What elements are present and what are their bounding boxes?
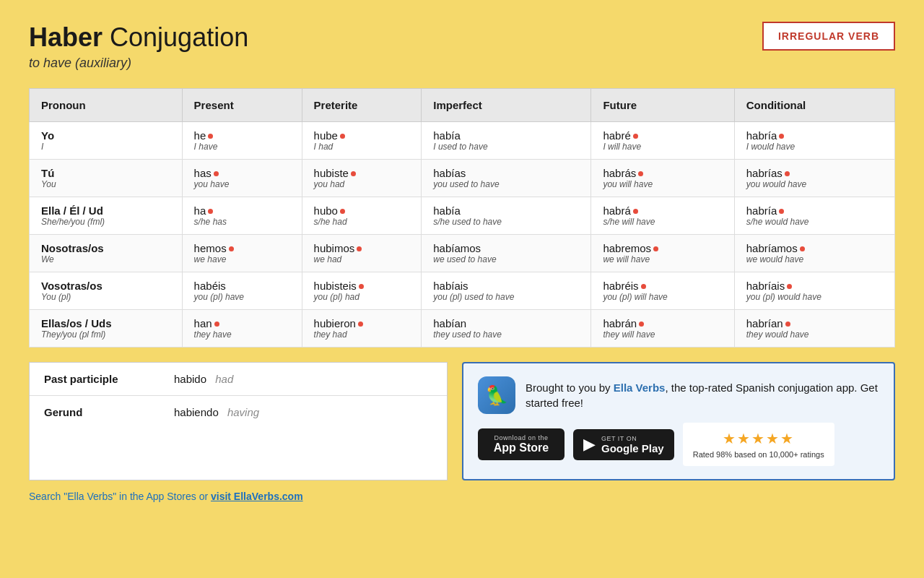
cell-preterite: hubo s/he had: [302, 197, 422, 235]
irregular-dot: [633, 209, 638, 214]
present-translation: you (pl) have: [194, 292, 290, 302]
cell-imperfect: había s/he used to have: [422, 197, 591, 235]
irregular-dot: [340, 209, 345, 214]
conjugation-table: Pronoun Present Preterite Imperfect Futu…: [29, 88, 895, 348]
imperfect-translation: we used to have: [433, 254, 579, 264]
promo-text-before: Brought to you by: [526, 381, 614, 394]
imperfect-translation: I used to have: [433, 142, 579, 152]
future-translation: s/he will have: [603, 217, 722, 227]
imperfect-translation: you used to have: [433, 179, 579, 189]
preterite-translation: they had: [314, 329, 410, 340]
present-verb: ha: [194, 204, 290, 217]
cell-pronoun: Yo I: [30, 122, 183, 160]
cell-imperfect: habían they used to have: [422, 310, 591, 348]
preterite-verb: hubo: [314, 204, 410, 217]
imperfect-verb: habíamos: [433, 242, 579, 254]
irregular-dot: [785, 171, 790, 176]
pronoun-sub: We: [41, 254, 170, 264]
future-verb: habré: [603, 129, 722, 142]
irregular-dot: [633, 134, 638, 139]
cell-present: hemos we have: [182, 235, 302, 272]
past-participle-label: Past participle: [30, 363, 160, 396]
cell-future: habréis you (pl) will have: [591, 272, 734, 310]
cell-preterite: hubimos we had: [302, 235, 422, 272]
pronoun-sub: She/he/you (fml): [41, 217, 170, 227]
cell-future: habré I will have: [591, 122, 734, 160]
preterite-translation: you (pl) had: [314, 292, 410, 302]
cell-conditional: habrían they would have: [734, 310, 894, 348]
table-row: Tú You has you have hubiste you had habí…: [30, 160, 895, 197]
irregular-dot: [779, 134, 784, 139]
cell-present: he I have: [182, 122, 302, 160]
page-title: Haber Conjugation: [29, 22, 248, 53]
future-translation: you (pl) will have: [603, 292, 722, 302]
cell-pronoun: Nosotras/os We: [30, 235, 183, 272]
irregular-dot: [800, 246, 805, 251]
imperfect-verb: había: [433, 129, 579, 142]
cell-present: ha s/he has: [182, 197, 302, 235]
cell-future: habrán they will have: [591, 310, 734, 348]
cell-future: habrás you will have: [591, 160, 734, 197]
table-row: Yo I he I have hube I had había I used t…: [30, 122, 895, 160]
conditional-verb: habríamos: [746, 242, 883, 254]
present-translation: you have: [194, 179, 290, 189]
present-verb: has: [194, 167, 290, 179]
imperfect-translation: you (pl) used to have: [433, 292, 579, 302]
google-play-button[interactable]: ▶ GET IT ON Google Play: [573, 429, 674, 460]
ella-verbs-link[interactable]: Ella Verbs: [614, 381, 666, 394]
preterite-verb: hubisteis: [314, 280, 410, 292]
promo-buttons: Download on the App Store ▶ GET IT ON Go…: [478, 423, 879, 466]
irregular-dot: [787, 284, 792, 289]
google-play-icon: ▶: [583, 435, 596, 454]
conditional-verb: habrían: [746, 317, 883, 329]
google-play-text: GET IT ON Google Play: [601, 435, 664, 454]
present-translation: they have: [194, 329, 290, 340]
cell-preterite: hubieron they had: [302, 310, 422, 348]
pronoun-main: Vosotras/os: [41, 280, 170, 292]
irregular-dot: [208, 209, 213, 214]
table-row: Vosotras/os You (pl) habéis you (pl) hav…: [30, 272, 895, 310]
future-translation: you will have: [603, 179, 722, 189]
cell-conditional: habría I would have: [734, 122, 894, 160]
conditional-verb: habría: [746, 129, 883, 142]
irregular-dot: [785, 322, 790, 327]
cell-present: han they have: [182, 310, 302, 348]
preterite-translation: we had: [314, 254, 410, 264]
col-preterite: Preterite: [302, 89, 422, 122]
bottom-section: Past participle habido had Gerund habien…: [29, 362, 895, 480]
cell-imperfect: habíamos we used to have: [422, 235, 591, 272]
preterite-verb: hubimos: [314, 242, 410, 254]
irregular-dot: [653, 246, 658, 251]
irregular-dot: [208, 134, 213, 139]
conditional-verb: habrías: [746, 167, 883, 179]
pronoun-main: Ella / Él / Ud: [41, 204, 170, 217]
cell-future: habremos we will have: [591, 235, 734, 272]
ella-verbs-website-link[interactable]: visit EllaVerbs.com: [211, 491, 303, 502]
irregular-dot: [639, 322, 644, 327]
cell-pronoun: Ella / Él / Ud She/he/you (fml): [30, 197, 183, 235]
app-store-button[interactable]: Download on the App Store: [478, 428, 565, 460]
star-rating: ★★★★★: [723, 430, 795, 447]
pronoun-sub: You: [41, 179, 170, 189]
cell-imperfect: había I used to have: [422, 122, 591, 160]
participle-section: Past participle habido had Gerund habien…: [29, 362, 448, 480]
gerund-label: Gerund: [30, 396, 160, 429]
irregular-dot: [214, 322, 219, 327]
conditional-verb: habría: [746, 204, 883, 217]
table-row: Ella / Él / Ud She/he/you (fml) ha s/he …: [30, 197, 895, 235]
irregular-dot: [214, 171, 219, 176]
imperfect-translation: s/he used to have: [433, 217, 579, 227]
cell-preterite: hube I had: [302, 122, 422, 160]
irregular-dot: [351, 171, 356, 176]
conditional-translation: I would have: [746, 142, 883, 152]
pronoun-sub: You (pl): [41, 292, 170, 302]
present-translation: s/he has: [194, 217, 290, 227]
cell-pronoun: Ellas/os / Uds They/you (pl fml): [30, 310, 183, 348]
cell-imperfect: habíais you (pl) used to have: [422, 272, 591, 310]
title-block: Haber Conjugation to have (auxiliary): [29, 22, 248, 71]
cell-preterite: hubiste you had: [302, 160, 422, 197]
future-verb: habremos: [603, 242, 722, 254]
future-verb: habréis: [603, 280, 722, 292]
preterite-translation: s/he had: [314, 217, 410, 227]
future-translation: they will have: [603, 329, 722, 340]
